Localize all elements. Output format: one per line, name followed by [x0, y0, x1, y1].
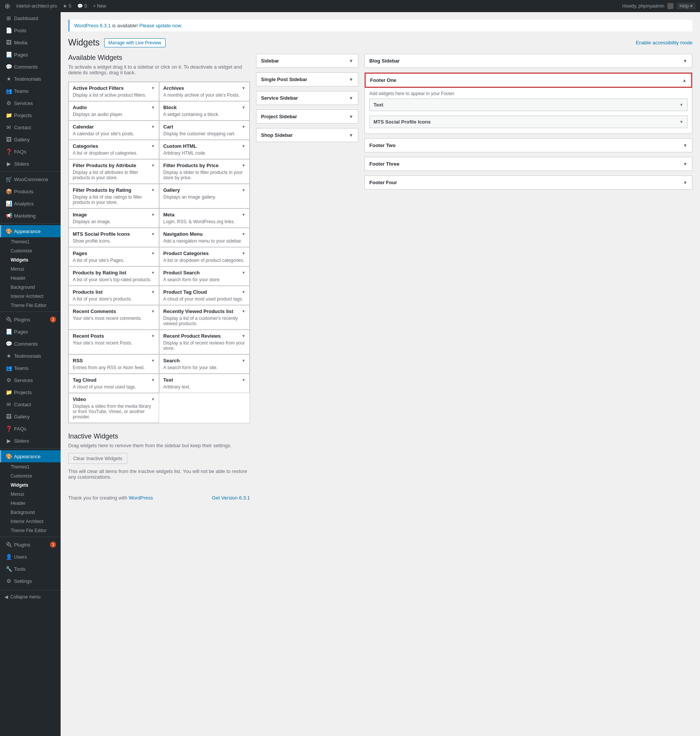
sidebar-item-faqs[interactable]: ❓ FAQs — [0, 146, 61, 158]
help-button[interactable]: Help ▾ — [677, 3, 695, 9]
sidebar-item-tools[interactable]: 🔧 Tools — [0, 563, 61, 575]
sidebar-item-themes-2[interactable]: Themes 1 — [0, 462, 61, 471]
widget-item[interactable]: Recent Posts ▼ Your site's most recent P… — [69, 330, 159, 354]
sidebar-area-header-footer-four[interactable]: Footer Four ▼ — [365, 176, 692, 189]
adminbar-star[interactable]: ★ 5 — [63, 3, 71, 9]
sidebar-item-services[interactable]: ⚙ Services — [0, 97, 61, 109]
wp-logo-icon[interactable]: ⊕ — [5, 2, 10, 10]
sidebar-item-dashboard[interactable]: ⊞ Dashboard — [0, 12, 61, 24]
sidebar-item-menus-2[interactable]: Menus — [0, 490, 61, 499]
sidebar-item-theme-file-editor[interactable]: Theme File Editor — [0, 301, 61, 310]
sidebar-item-comments-2[interactable]: 💬 Comments — [0, 338, 61, 350]
sidebar-item-contact[interactable]: ✉ Contact — [0, 121, 61, 133]
widget-item[interactable]: RSS ▼ Entries from any RSS or Atom feed. — [69, 354, 159, 374]
widget-item[interactable]: Filter Products by Attribute ▼ Display a… — [69, 159, 159, 184]
manage-live-preview-button[interactable]: Manage with Live Preview — [104, 38, 165, 47]
widget-item[interactable]: Product Tag Cloud ▼ A cloud of your most… — [159, 286, 250, 305]
sidebar-item-teams-2[interactable]: 👥 Teams — [0, 362, 61, 374]
widget-item[interactable]: Custom HTML ▼ Arbitrary HTML code. — [159, 140, 250, 159]
sidebar-widget-text[interactable]: Text ▼ — [369, 99, 688, 111]
sidebar-item-products[interactable]: 📦 Products — [0, 185, 61, 197]
widget-item[interactable]: Filter Products by Price ▼ Display a sli… — [159, 159, 250, 184]
widget-item[interactable]: Image ▼ Displays an image. — [69, 208, 159, 228]
widget-item[interactable]: Audio ▼ Displays an audio player. — [69, 101, 159, 121]
widget-item[interactable]: Products by Rating list ▼ A list of your… — [69, 266, 159, 286]
please-update-link[interactable]: Please update now. — [139, 23, 182, 28]
widget-item[interactable]: Navigation Menu ▼ Add a navigation menu … — [159, 228, 250, 247]
sidebar-item-header[interactable]: Header — [0, 274, 61, 283]
sidebar-item-pages-2[interactable]: 📃 Pages — [0, 326, 61, 338]
widget-item[interactable]: Tag Cloud ▼ A cloud of your most used ta… — [69, 374, 159, 393]
sidebar-widget-mts[interactable]: MTS Social Profile Icons ▼ — [369, 116, 688, 128]
sidebar-area-header-footer-three[interactable]: Footer Three ▼ — [365, 157, 692, 171]
sidebar-item-faqs-2[interactable]: ❓ FAQs — [0, 423, 61, 435]
adminbar-comments[interactable]: 💬 0 — [77, 3, 87, 9]
sidebar-item-widgets[interactable]: Widgets — [0, 255, 61, 265]
sidebar-item-testimonials[interactable]: ★ Testimonials — [0, 73, 61, 85]
widget-item[interactable]: Gallery ▼ Displays an image gallery. — [159, 184, 250, 208]
adminbar-new[interactable]: + New — [93, 3, 106, 9]
widget-item[interactable]: Block ▼ A widget containing a block. — [159, 101, 250, 121]
sidebar-item-gallery-2[interactable]: 🖼 Gallery — [0, 410, 61, 423]
wordpress-link[interactable]: WordPress — [129, 495, 153, 501]
widget-item[interactable]: Pages ▼ A list of your site's Pages. — [69, 247, 159, 266]
sidebar-item-background-2[interactable]: Background — [0, 508, 61, 517]
sidebar-item-theme-file-editor-2[interactable]: Theme File Editor — [0, 526, 61, 535]
sidebar-item-interior-architect-2[interactable]: Interior Architect — [0, 517, 61, 526]
sidebar-item-posts[interactable]: 📄 Posts — [0, 24, 61, 36]
sidebar-area-header-service[interactable]: Service Sidebar ▼ — [256, 91, 358, 105]
widget-item[interactable]: Archives ▼ A monthly archive of your sit… — [159, 82, 250, 101]
sidebar-item-interior-architect[interactable]: Interior Architect — [0, 292, 61, 301]
sidebar-item-analytics[interactable]: 📊 Analytics — [0, 197, 61, 210]
sidebar-area-header-single-post[interactable]: Single Post Sidebar ▼ — [256, 73, 358, 86]
sidebar-item-users[interactable]: 👤 Users — [0, 551, 61, 563]
sidebar-item-sliders-2[interactable]: ▶ Sliders — [0, 435, 61, 447]
wp-version-link[interactable]: WordPress 6.3.1 — [74, 23, 111, 28]
widget-item[interactable]: Recent Comments ▼ Your site's most recen… — [69, 305, 159, 330]
sidebar-area-header-footer-two[interactable]: Footer Two ▼ — [365, 139, 692, 152]
sidebar-item-header-2[interactable]: Header — [0, 499, 61, 508]
sidebar-item-appearance-2[interactable]: 🎨 Appearance — [0, 450, 61, 462]
widget-item[interactable]: Calendar ▼ A calendar of your site's pos… — [69, 121, 159, 140]
widget-item[interactable]: Categories ▼ A list or dropdown of categ… — [69, 140, 159, 159]
sidebar-item-comments[interactable]: 💬 Comments — [0, 61, 61, 73]
sidebar-item-plugins[interactable]: 🔌 Plugins 3 — [0, 313, 61, 326]
accessibility-mode-link[interactable]: Enable accessibility mode — [636, 40, 692, 45]
sidebar-area-header-sidebar[interactable]: Sidebar ▼ — [256, 54, 358, 67]
sidebar-item-plugins-2[interactable]: 🔌 Plugins 3 — [0, 539, 61, 551]
sidebar-item-testimonials-2[interactable]: ★ Testimonials — [0, 350, 61, 362]
sidebar-item-marketing[interactable]: 📢 Marketing — [0, 210, 61, 222]
sidebar-item-customize-2[interactable]: Customize — [0, 471, 61, 481]
sidebar-item-sliders[interactable]: ▶ Sliders — [0, 158, 61, 170]
sidebar-item-appearance[interactable]: 🎨 Appearance — [0, 225, 61, 237]
sidebar-item-background[interactable]: Background — [0, 283, 61, 292]
sidebar-item-woocommerce[interactable]: 🛒 WooCommerce — [0, 173, 61, 185]
widget-item[interactable]: Recent Product Reviews ▼ Display a list … — [159, 330, 250, 354]
widget-item[interactable]: Cart ▼ Display the customer shopping car… — [159, 121, 250, 140]
sidebar-item-media[interactable]: 🖼 Media — [0, 36, 61, 49]
widget-item[interactable]: MTS Social Profile Icons ▼ Show profile … — [69, 228, 159, 247]
widget-item[interactable]: Product Categories ▼ A list or dropdown … — [159, 247, 250, 266]
sidebar-item-contact-2[interactable]: ✉ Contact — [0, 398, 61, 410]
sidebar-area-header-blog[interactable]: Blog Sidebar ▼ — [365, 54, 692, 67]
sidebar-item-teams[interactable]: 👥 Teams — [0, 85, 61, 97]
sidebar-item-themes[interactable]: Themes 1 — [0, 237, 61, 246]
sidebar-item-services-2[interactable]: ⚙ Services — [0, 374, 61, 386]
sidebar-item-widgets-2[interactable]: Widgets — [0, 481, 61, 490]
widget-item[interactable]: Product Search ▼ A search form for your … — [159, 266, 250, 286]
sidebar-item-gallery[interactable]: 🖼 Gallery — [0, 133, 61, 146]
widget-item[interactable]: Products list ▼ A list of your store's p… — [69, 286, 159, 305]
widget-item[interactable]: Video ▼ Displays a video from the media … — [69, 393, 159, 423]
sidebar-area-header-footer-one[interactable]: Footer One ▲ — [365, 73, 692, 88]
adminbar-site[interactable]: interior-architect-pro — [16, 3, 57, 9]
sidebar-item-settings[interactable]: ⚙ Settings — [0, 575, 61, 587]
sidebar-area-header-shop[interactable]: Shop Sidebar ▼ — [256, 128, 358, 142]
sidebar-item-projects-2[interactable]: 📁 Projects — [0, 386, 61, 398]
widget-item[interactable]: Filter Products by Rating ▼ Display a li… — [69, 184, 159, 208]
sidebar-item-projects[interactable]: 📁 Projects — [0, 109, 61, 121]
widget-item[interactable]: Text ▼ Arbitrary text. — [159, 374, 250, 393]
clear-inactive-button[interactable]: Clear Inactive Widgets — [68, 453, 127, 464]
widget-item[interactable]: Meta ▼ Login, RSS, & WordPress.org links… — [159, 208, 250, 228]
sidebar-item-menus[interactable]: Menus — [0, 265, 61, 274]
widget-item[interactable]: Recently Viewed Products list ▼ Display … — [159, 305, 250, 330]
